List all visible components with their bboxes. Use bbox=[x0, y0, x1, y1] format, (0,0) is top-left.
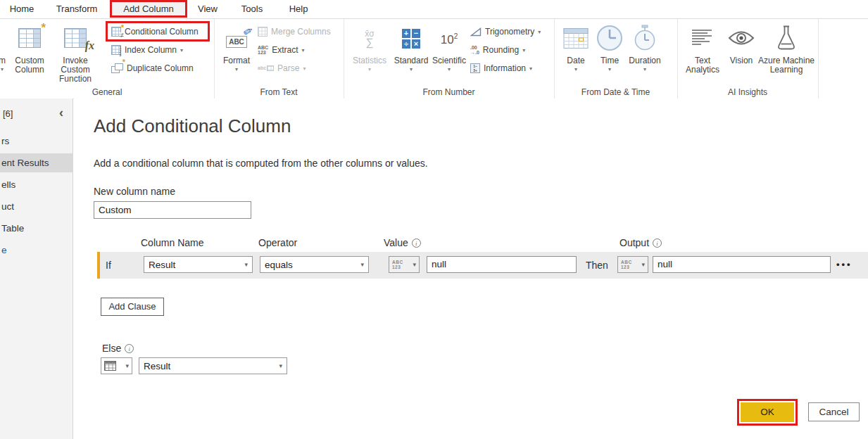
text-analytics-button[interactable]: Text Analytics bbox=[681, 22, 724, 75]
ribbon-group-general: m ▾ * Custom Column fx Invoke Custom Fun… bbox=[0, 19, 215, 98]
tab-tools[interactable]: Tools bbox=[237, 0, 268, 18]
query-list-item[interactable]: ells bbox=[0, 175, 73, 194]
output-info-icon[interactable]: i bbox=[653, 238, 662, 248]
then-label: Then bbox=[586, 252, 608, 279]
chevron-down-icon: ▾ bbox=[538, 29, 541, 35]
else-type-select[interactable]: ▾ bbox=[101, 357, 132, 374]
extract-label: Extract bbox=[272, 45, 298, 55]
trigonometry-button[interactable]: Trigonometry ▾ bbox=[470, 24, 541, 39]
trigonometry-label: Trigonometry bbox=[485, 27, 534, 37]
chevron-down-icon: ▾ bbox=[391, 66, 432, 72]
invoke-custom-function-button[interactable]: fx Invoke Custom Function bbox=[52, 22, 99, 84]
scientific-button[interactable]: 102 Scientific ▾ bbox=[430, 22, 468, 72]
row-more-options-button[interactable]: ••• bbox=[836, 252, 853, 277]
information-button[interactable]: 1−3+ Information ▾ bbox=[470, 61, 532, 76]
tab-add-column[interactable]: Add Column bbox=[123, 4, 174, 14]
standard-button[interactable]: +− ÷× Standard ▾ bbox=[391, 22, 432, 72]
else-info-icon[interactable]: i bbox=[125, 344, 134, 353]
group-label-from-number: From Number bbox=[344, 87, 554, 97]
merge-columns-label: Merge Columns bbox=[271, 27, 331, 37]
chevron-down-icon: ▾ bbox=[360, 261, 364, 268]
cancel-button[interactable]: Cancel bbox=[808, 402, 860, 421]
conditional-column-icon: *≠ bbox=[111, 27, 121, 37]
vision-button[interactable]: Vision bbox=[727, 22, 756, 65]
group-label-ai-insights: AI Insights bbox=[677, 87, 818, 97]
format-button[interactable]: ABC✎ Format ▾ bbox=[220, 22, 253, 72]
chevron-down-icon: ▾ bbox=[595, 66, 624, 72]
invoke-custom-function-label: Invoke Custom Function bbox=[59, 56, 92, 84]
menubar: Home Transform Add Column View Tools Hel… bbox=[0, 0, 868, 18]
tab-view[interactable]: View bbox=[193, 0, 222, 18]
rounding-label: Rounding bbox=[483, 45, 519, 55]
output-header: Outputi bbox=[619, 237, 662, 248]
dialog-description: Add a conditional column that is compute… bbox=[94, 158, 428, 169]
group-label-from-date-time: From Date & Time bbox=[554, 87, 677, 97]
scientific-label: Scientific bbox=[432, 56, 466, 65]
rounding-button[interactable]: .00→.0 Rounding ▾ bbox=[470, 42, 525, 58]
merge-columns-icon bbox=[258, 27, 268, 37]
index-column-button[interactable]: 123 Index Column ▾ bbox=[111, 42, 183, 58]
duplicate-column-icon: * bbox=[111, 63, 123, 73]
collapse-pane-icon[interactable]: ‹ bbox=[59, 106, 63, 120]
ribbon-group-ai-insights: Text Analytics Vision Azure Machine Lear… bbox=[677, 19, 819, 98]
date-button[interactable]: Date ▾ bbox=[561, 22, 591, 72]
azure-machine-learning-button[interactable]: Azure Machine Learning bbox=[756, 22, 817, 75]
ok-button[interactable]: OK bbox=[741, 402, 794, 422]
custom-column-button[interactable]: * Custom Column bbox=[8, 22, 51, 75]
queries-count-label: [6] bbox=[3, 108, 13, 119]
time-label: Time bbox=[600, 56, 619, 65]
parse-label: Parse bbox=[277, 63, 299, 73]
output-type-select[interactable]: ABC123 ▾ bbox=[617, 256, 648, 273]
output-input[interactable]: null bbox=[653, 256, 831, 273]
duration-label: Duration bbox=[629, 56, 660, 65]
column-name-header: Column Name bbox=[141, 237, 203, 248]
tab-help[interactable]: Help bbox=[284, 0, 313, 18]
chevron-down-icon: ▾ bbox=[430, 66, 468, 72]
chevron-down-icon: ▾ bbox=[303, 65, 306, 72]
conditional-column-button[interactable]: *≠ Conditional Column bbox=[111, 24, 199, 39]
extract-button[interactable]: ABC123 Extract ▾ bbox=[258, 42, 305, 58]
format-abc-icon: ABC✎ bbox=[226, 37, 247, 46]
chevron-down-icon: ▾ bbox=[529, 65, 532, 72]
text-analytics-label: Text Analytics bbox=[686, 56, 719, 75]
chevron-down-icon: ▾ bbox=[626, 66, 664, 72]
else-value-select[interactable]: Result▾ bbox=[139, 357, 287, 374]
table-sparkle-icon: * bbox=[18, 28, 41, 48]
query-list-item[interactable]: Table bbox=[0, 219, 73, 238]
column-from-examples-button-clipped[interactable]: m ▾ bbox=[0, 22, 8, 72]
if-label: If bbox=[106, 252, 111, 279]
duration-button[interactable]: Duration ▾ bbox=[626, 22, 664, 72]
abc-123-icon: ABC123 bbox=[258, 45, 268, 56]
query-list-item[interactable]: rs bbox=[0, 132, 73, 151]
query-list-item[interactable]: uct bbox=[0, 197, 73, 216]
ribbon: m ▾ * Custom Column fx Invoke Custom Fun… bbox=[0, 18, 868, 99]
tab-home[interactable]: Home bbox=[6, 0, 38, 18]
query-list-item[interactable]: e bbox=[0, 241, 73, 260]
if-clause-row: If Result▾ equals▾ ABC123 ▾ null Then AB… bbox=[97, 252, 868, 279]
operator-select[interactable]: equals▾ bbox=[260, 256, 369, 273]
ribbon-group-from-number: x̄σ∑ Statistics ▾ +− ÷× Standard ▾ 102 S… bbox=[344, 19, 555, 98]
value-type-select[interactable]: ABC123 ▾ bbox=[389, 256, 420, 273]
parse-button: abc Parse ▾ bbox=[258, 61, 306, 76]
time-button[interactable]: Time ▾ bbox=[595, 22, 624, 72]
pencil-icon: ✎ bbox=[243, 25, 254, 37]
azure-machine-learning-label: Azure Machine Learning bbox=[758, 56, 814, 75]
information-grid-icon: 1−3+ bbox=[470, 63, 480, 73]
value-input[interactable]: null bbox=[427, 256, 577, 273]
group-label-from-text: From Text bbox=[214, 87, 344, 97]
add-clause-button[interactable]: Add Clause bbox=[101, 298, 164, 316]
index-column-label: Index Column bbox=[125, 45, 177, 55]
table-icon bbox=[104, 361, 116, 371]
triangle-icon bbox=[470, 27, 482, 37]
duplicate-column-button[interactable]: * Duplicate Column bbox=[111, 61, 194, 76]
vision-label: Vision bbox=[730, 56, 753, 65]
statistics-icon: x̄σ∑ bbox=[365, 30, 374, 47]
column-name-select[interactable]: Result▾ bbox=[144, 256, 253, 273]
information-label: Information bbox=[484, 63, 526, 73]
statistics-label: Statistics bbox=[353, 56, 386, 65]
new-column-name-input[interactable]: Custom bbox=[94, 201, 251, 219]
tab-transform[interactable]: Transform bbox=[52, 0, 101, 18]
chevron-down-icon: ▾ bbox=[641, 261, 645, 268]
query-list-item-selected[interactable]: ent Results bbox=[0, 153, 73, 172]
value-info-icon[interactable]: i bbox=[412, 238, 421, 248]
